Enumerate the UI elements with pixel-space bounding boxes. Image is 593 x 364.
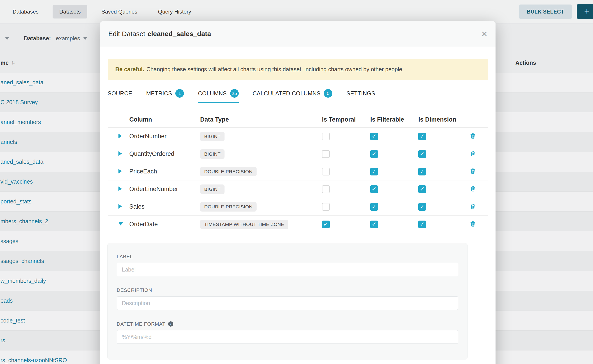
datetime-format-label-text: DATETIME FORMAT <box>117 322 165 326</box>
tab-label: COLUMNS <box>198 90 227 97</box>
modal-header: Edit Dataset cleaned_sales_data × <box>100 21 495 46</box>
check-mark-icon: ✓ <box>420 204 425 209</box>
is-temporal-checkbox[interactable] <box>322 133 330 140</box>
delete-column-button[interactable] <box>470 150 476 157</box>
check-mark-icon: ✓ <box>372 186 377 192</box>
column-row: OrderLineNumberBIGINT✓✓ <box>108 180 488 198</box>
caret-right-icon[interactable] <box>119 204 122 209</box>
column-row: OrderNumberBIGINT✓✓ <box>108 128 488 145</box>
check-mark-icon: ✓ <box>420 151 425 157</box>
caret-right-icon[interactable] <box>119 134 122 138</box>
description-input[interactable] <box>117 296 458 310</box>
is-temporal-checkbox[interactable] <box>322 185 330 193</box>
is-temporal-checkbox[interactable] <box>322 203 330 211</box>
check-mark-icon: ✓ <box>372 133 377 139</box>
tab-count-badge: 0 <box>324 89 332 98</box>
column-name: OrderLineNumber <box>129 186 178 192</box>
is-dimension-checkbox[interactable]: ✓ <box>418 203 426 211</box>
is-filterable-checkbox[interactable]: ✓ <box>370 221 378 228</box>
check-mark-icon: ✓ <box>372 221 377 227</box>
warning-lead: Be careful. <box>115 66 144 73</box>
column-row: OrderDateTIMESTAMP WITHOUT TIME ZONE✓✓✓ <box>108 216 488 233</box>
column-row: QuantityOrderedBIGINT✓✓ <box>108 145 488 163</box>
is-dimension-checkbox[interactable]: ✓ <box>418 133 426 140</box>
columns-table-header: Column Data Type Is Temporal Is Filterab… <box>108 112 488 128</box>
tab-calculated-columns[interactable]: CALCULATED COLUMNS0 <box>253 86 333 103</box>
caret-right-icon[interactable] <box>119 187 122 191</box>
tab-count-badge: 25 <box>230 89 239 98</box>
columns-table-body: OrderNumberBIGINT✓✓QuantityOrderedBIGINT… <box>108 128 488 233</box>
tab-count-badge: 1 <box>175 89 184 98</box>
column-header-is-dimension: Is Dimension <box>418 116 466 123</box>
is-filterable-checkbox[interactable]: ✓ <box>370 168 378 176</box>
is-dimension-checkbox[interactable]: ✓ <box>418 185 426 193</box>
check-mark-icon: ✓ <box>372 151 377 157</box>
check-mark-icon: ✓ <box>372 204 377 209</box>
data-type-pill: BIGINT <box>200 149 224 159</box>
label-field-label: LABEL <box>117 254 458 259</box>
delete-column-button[interactable] <box>470 168 476 175</box>
info-icon[interactable]: i <box>168 321 173 326</box>
description-field-label: DESCRIPTION <box>117 288 458 293</box>
delete-column-button[interactable] <box>470 221 476 227</box>
tab-label: METRICS <box>146 90 172 97</box>
column-header-column: Column <box>129 116 200 123</box>
column-name: Sales <box>129 203 145 210</box>
is-filterable-checkbox[interactable]: ✓ <box>370 150 378 158</box>
is-filterable-checkbox[interactable]: ✓ <box>370 203 378 211</box>
data-type-pill: DOUBLE PRECISION <box>200 202 257 212</box>
edit-dataset-modal: Edit Dataset cleaned_sales_data × Be car… <box>100 21 495 364</box>
is-dimension-checkbox[interactable]: ✓ <box>418 221 426 228</box>
check-mark-icon: ✓ <box>420 186 425 192</box>
modal-tabs: SOURCEMETRICS1COLUMNS25CALCULATED COLUMN… <box>108 86 488 103</box>
column-name: PriceEach <box>129 168 157 175</box>
warning-banner: Be careful. Changing these settings will… <box>108 59 488 80</box>
check-mark-icon: ✓ <box>323 221 328 227</box>
delete-column-button[interactable] <box>470 185 476 192</box>
modal-title-dataset-name: cleaned_sales_data <box>147 30 211 38</box>
datetime-format-input[interactable] <box>117 330 458 344</box>
tab-label: SOURCE <box>108 90 132 97</box>
is-dimension-checkbox[interactable]: ✓ <box>418 168 426 176</box>
tab-metrics[interactable]: METRICS1 <box>146 86 184 103</box>
caret-down-icon[interactable] <box>119 222 123 226</box>
column-detail-panel: LABEL DESCRIPTION DATETIME FORMAT i <box>107 243 468 359</box>
tab-label: SETTINGS <box>346 90 375 97</box>
column-header-is-temporal: Is Temporal <box>322 116 370 123</box>
is-temporal-checkbox[interactable] <box>322 150 330 158</box>
data-type-pill: TIMESTAMP WITHOUT TIME ZONE <box>200 220 288 229</box>
is-filterable-checkbox[interactable]: ✓ <box>370 133 378 140</box>
column-header-is-filterable: Is Filterable <box>370 116 418 123</box>
label-input[interactable] <box>117 263 458 276</box>
column-header-data-type: Data Type <box>200 116 322 123</box>
data-type-pill: DOUBLE PRECISION <box>200 167 257 176</box>
check-mark-icon: ✓ <box>420 169 425 174</box>
tab-settings[interactable]: SETTINGS <box>346 86 375 103</box>
is-dimension-checkbox[interactable]: ✓ <box>418 150 426 158</box>
check-mark-icon: ✓ <box>372 169 377 174</box>
is-filterable-checkbox[interactable]: ✓ <box>370 185 378 193</box>
is-temporal-checkbox[interactable] <box>322 168 330 176</box>
column-name: OrderDate <box>129 221 158 228</box>
data-type-pill: BIGINT <box>200 132 224 141</box>
column-name: OrderNumber <box>129 133 166 140</box>
caret-right-icon[interactable] <box>119 169 122 173</box>
datasets-page: DatabasesDatasetsSaved QueriesQuery Hist… <box>0 0 593 364</box>
tab-source[interactable]: SOURCE <box>108 86 132 103</box>
check-mark-icon: ✓ <box>420 221 425 227</box>
close-icon[interactable]: × <box>481 29 488 39</box>
column-name: QuantityOrdered <box>129 150 174 157</box>
modal-title: Edit Dataset <box>108 30 145 38</box>
check-mark-icon: ✓ <box>420 133 425 139</box>
column-row: SalesDOUBLE PRECISION✓✓ <box>108 198 488 216</box>
caret-right-icon[interactable] <box>119 151 122 156</box>
column-row: PriceEachDOUBLE PRECISION✓✓ <box>108 163 488 180</box>
warning-text: Changing these settings will affect all … <box>146 66 404 73</box>
delete-column-button[interactable] <box>470 203 476 210</box>
delete-column-button[interactable] <box>470 133 476 139</box>
datetime-format-field-label: DATETIME FORMAT i <box>117 321 458 326</box>
tab-label: CALCULATED COLUMNS <box>253 90 321 97</box>
is-temporal-checkbox[interactable]: ✓ <box>322 221 330 228</box>
tab-columns[interactable]: COLUMNS25 <box>198 86 238 103</box>
data-type-pill: BIGINT <box>200 184 224 194</box>
